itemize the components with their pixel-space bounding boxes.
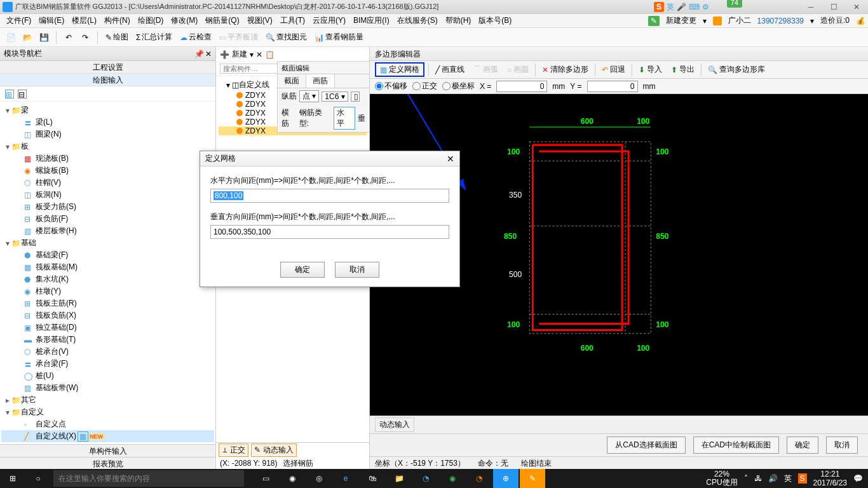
cortana-icon[interactable]: ○ xyxy=(25,469,51,488)
tree-group-foundation[interactable]: ▾📁基础 xyxy=(1,237,214,249)
ime-mic-icon[interactable]: 🎤 xyxy=(677,3,686,11)
copy-icon[interactable]: 📋 xyxy=(265,50,275,59)
save-icon[interactable]: 💾 xyxy=(37,30,51,44)
notification-icon[interactable]: 💬 xyxy=(853,474,863,483)
tree-item[interactable]: ▦筏板基础(M) xyxy=(1,261,214,273)
tree-group-slab[interactable]: ▾📁板 xyxy=(1,140,214,152)
tree-group-beam[interactable]: ▾📁梁 xyxy=(1,104,214,116)
menu-bim[interactable]: BIM应用(I) xyxy=(349,14,393,27)
find-element-button[interactable]: 🔍查找图元 xyxy=(263,30,309,44)
coin-icon[interactable]: 💰 xyxy=(856,17,865,25)
query-lib-button[interactable]: 🔍查询多边形库 xyxy=(705,63,768,76)
menu-rebar[interactable]: 钢筋量(Q) xyxy=(201,14,243,27)
clock[interactable]: 12:21 2017/6/23 xyxy=(813,470,847,488)
store-icon[interactable]: 🛍 xyxy=(360,469,385,488)
new-button[interactable]: 新建 xyxy=(232,49,247,60)
ortho-toggle[interactable]: ⊥ 正交 xyxy=(219,444,248,457)
proj-settings-tab[interactable]: 工程设置 xyxy=(0,61,215,74)
task-view-icon[interactable]: ▭ xyxy=(253,469,278,488)
grid-add-icon[interactable]: ⊞ xyxy=(5,90,14,98)
tray-up-icon[interactable]: ˄ xyxy=(744,474,748,483)
v-extra[interactable]: ▯ xyxy=(351,92,360,102)
ime-lang[interactable]: 英 xyxy=(667,2,674,13)
menu-version[interactable]: 版本号(B) xyxy=(475,14,515,27)
app-icon-5[interactable]: ◔ xyxy=(466,469,492,488)
app-icon-7[interactable]: ✎ xyxy=(520,469,545,488)
tree-item[interactable]: 〓梁(L) xyxy=(1,116,214,128)
open-file-icon[interactable]: 📂 xyxy=(20,30,34,44)
menu-draw[interactable]: 绘图(D) xyxy=(134,14,168,27)
app-icon-3[interactable]: ◔ xyxy=(413,469,438,488)
app-icon-2[interactable]: ◎ xyxy=(306,469,332,488)
menu-cloud[interactable]: 云应用(Y) xyxy=(309,14,349,27)
edge-icon[interactable]: e xyxy=(333,469,358,488)
minimize-button[interactable]: ─ xyxy=(802,1,820,13)
pin-icon[interactable]: 📌 xyxy=(194,50,204,58)
tree-item[interactable]: 〓承台梁(F) xyxy=(1,358,214,370)
tree-group-custom[interactable]: ▾📁自定义 xyxy=(1,406,214,418)
menu-edit[interactable]: 编辑(E) xyxy=(35,14,68,27)
tray-vol-icon[interactable]: 🔊 xyxy=(768,474,778,483)
menu-file[interactable]: 文件(F) xyxy=(3,14,35,27)
tray-sogou-icon[interactable]: S xyxy=(798,473,807,484)
view-rebar-button[interactable]: 📊查看钢筋量 xyxy=(312,30,366,44)
tree-item[interactable]: ⬡柱帽(V) xyxy=(1,177,214,189)
report-preview-tab[interactable]: 报表预览 xyxy=(0,458,215,470)
draw-button[interactable]: ✎绘图 xyxy=(103,30,131,44)
tree-item[interactable]: ⬡桩承台(V) xyxy=(1,346,214,358)
x-input[interactable] xyxy=(496,81,547,92)
close-button[interactable]: ✕ xyxy=(848,1,865,13)
add-icon[interactable]: ➕ xyxy=(220,50,229,59)
phone-number[interactable]: 13907298339 xyxy=(757,17,804,25)
redo-icon[interactable]: ↷ xyxy=(78,30,92,44)
menu-help[interactable]: 帮助(H) xyxy=(442,14,475,27)
radio-polar[interactable]: 极坐标 xyxy=(442,81,475,92)
ime-keyboard-icon[interactable]: ⌨ xyxy=(689,3,700,11)
ime-settings-icon[interactable]: ⚙ xyxy=(702,3,709,11)
tree-group-other[interactable]: ▸📁其它 xyxy=(1,394,214,406)
y-input[interactable] xyxy=(587,81,638,92)
undo-icon[interactable]: ↶ xyxy=(62,30,76,44)
tree-item[interactable]: ◯桩(U) xyxy=(1,370,214,382)
radio-ortho[interactable]: 正交 xyxy=(412,81,437,92)
app-icon-1[interactable]: ◉ xyxy=(280,469,305,488)
tree-item[interactable]: ⬣集水坑(K) xyxy=(1,273,214,285)
close-panel-icon[interactable]: ✕ xyxy=(205,50,212,58)
tree-item[interactable]: ◉螺旋板(B) xyxy=(1,165,214,177)
tree-item[interactable]: ⬢基础梁(F) xyxy=(1,249,214,261)
maximize-button[interactable]: ☐ xyxy=(825,1,843,13)
clear-poly-button[interactable]: ✕清除多边形 xyxy=(539,63,591,76)
menu-floor[interactable]: 楼层(L) xyxy=(68,14,100,27)
menu-modify[interactable]: 修改(M) xyxy=(167,14,201,27)
tree-item[interactable]: ▣独立基础(D) xyxy=(1,322,214,334)
dialog-ok-button[interactable]: 确定 xyxy=(280,262,325,278)
new-change-icon[interactable]: ✎ xyxy=(648,16,660,26)
new-file-icon[interactable]: 📄 xyxy=(4,30,18,44)
user-name[interactable]: 广小二 xyxy=(728,15,751,26)
draw-line-button[interactable]: ╱画直线 xyxy=(433,63,467,76)
tray-ime[interactable]: 英 xyxy=(784,473,792,484)
tree-item[interactable]: ⊟板负筋(F) xyxy=(1,213,214,225)
tree-item[interactable]: ▥楼层板带(H) xyxy=(1,225,214,237)
menu-tools[interactable]: 工具(T) xyxy=(276,14,309,27)
app-icon-4[interactable]: ◉ xyxy=(440,469,465,488)
menu-online[interactable]: 在线服务(S) xyxy=(393,14,442,27)
dialog-close-icon[interactable]: ✕ xyxy=(447,154,454,164)
draw-input-tab[interactable]: 绘图输入 xyxy=(0,74,215,86)
menu-view[interactable]: 视图(V) xyxy=(243,14,276,27)
cad-draw-button[interactable]: 在CAD中绘制截面图 xyxy=(693,437,779,454)
h-val-select[interactable]: 水平 xyxy=(334,107,355,130)
tree-item[interactable]: ◫板洞(N) xyxy=(1,189,214,201)
tree-item-selected[interactable]: ╱自定义线(X)▦NEW xyxy=(1,430,214,442)
tree-item[interactable]: ▦现浇板(B) xyxy=(1,152,214,165)
component-tree[interactable]: ▾📁梁 〓梁(L) ◫圈梁(N) ▾📁板 ▦现浇板(B) ◉螺旋板(B) ⬡柱帽… xyxy=(0,102,215,444)
tree-item[interactable]: ▥基础板带(W) xyxy=(1,382,214,394)
undo-button[interactable]: ↶回退 xyxy=(599,63,628,76)
grid-remove-icon[interactable]: ⊟ xyxy=(18,90,27,98)
v-spacing-input[interactable] xyxy=(210,225,449,239)
tree-item[interactable]: ◉柱墩(Y) xyxy=(1,285,214,297)
tree-item[interactable]: ⊞板受力筋(S) xyxy=(1,201,214,213)
tree-item[interactable]: ⊟筏板负筋(X) xyxy=(1,309,214,322)
define-grid-button[interactable]: ▦定义网格 xyxy=(375,62,424,77)
radio-no-offset[interactable]: 不偏移 xyxy=(375,81,407,92)
